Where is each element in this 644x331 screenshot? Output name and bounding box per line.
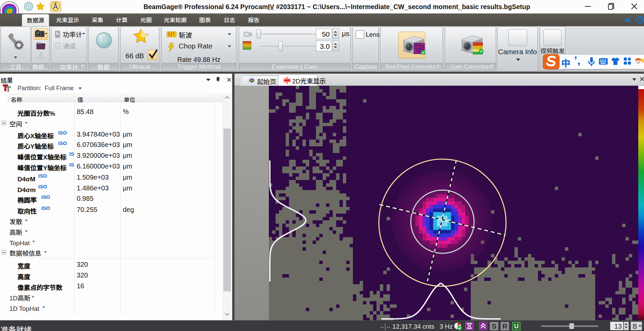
svg-text:?: ?: [638, 17, 641, 23]
